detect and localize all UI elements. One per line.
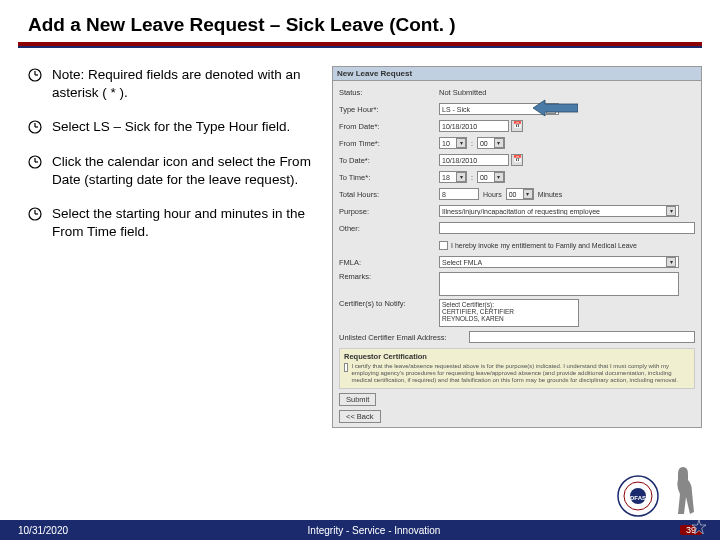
- footer: 10/31/2020 Integrity - Service - Innovat…: [0, 520, 720, 540]
- fmla-select[interactable]: Select FMLA ▾: [439, 256, 679, 268]
- certification-block: Requestor Certification I certify that t…: [339, 348, 695, 389]
- certifier-option[interactable]: REYNOLDS, KAREN: [442, 315, 576, 322]
- svg-marker-12: [533, 100, 578, 116]
- svg-marker-17: [692, 520, 706, 534]
- calendar-icon[interactable]: 📅: [511, 154, 523, 166]
- totalhours-label: Total Hours:: [339, 190, 439, 199]
- minutes-select[interactable]: 00▾: [506, 188, 534, 200]
- chevron-down-icon: ▾: [494, 138, 504, 148]
- logo-area: DFAS: [616, 462, 702, 518]
- bullet-text: Click the calendar icon and select the F…: [52, 153, 322, 189]
- fromdate-input[interactable]: 10/18/2010: [439, 120, 509, 132]
- clock-icon: [28, 120, 42, 136]
- totime-min-select[interactable]: 00▾: [477, 171, 505, 183]
- certification-body: I certify that the leave/absence request…: [351, 363, 690, 385]
- purpose-value: Illness/injury/incapacitation of request…: [442, 208, 600, 215]
- divider-blue: [18, 46, 702, 48]
- certifier-listbox[interactable]: Select Certifier(s): CERTIFIER, CERTIFIE…: [439, 299, 579, 327]
- typehour-value: LS - Sick: [442, 106, 470, 113]
- typehour-label: Type Hour*:: [339, 105, 439, 114]
- slide-number: 39: [680, 525, 702, 535]
- certifier-option[interactable]: CERTIFIER, CERTIFIER: [442, 308, 576, 315]
- fmla-label: FMLA:: [339, 258, 439, 267]
- fromtime-hour-select[interactable]: 10▾: [439, 137, 467, 149]
- certification-checkbox[interactable]: [344, 363, 348, 372]
- unlisted-email-input[interactable]: [469, 331, 695, 343]
- totalhours-input[interactable]: 8: [439, 188, 479, 200]
- panel-header: New Leave Request: [333, 67, 701, 81]
- status-label: Status:: [339, 88, 439, 97]
- bullet-item: Note: Required fields are denoted with a…: [28, 66, 322, 102]
- status-value: Not Submitted: [439, 88, 487, 97]
- totime-label: To Time*:: [339, 173, 439, 182]
- clock-icon: [28, 207, 42, 241]
- soldier-silhouette-icon: [664, 462, 702, 518]
- purpose-select[interactable]: Illness/injury/incapacitation of request…: [439, 205, 679, 217]
- seal-icon: DFAS: [616, 474, 660, 518]
- chevron-down-icon: ▾: [666, 206, 676, 216]
- bullet-item: Select the starting hour and minutes in …: [28, 205, 322, 241]
- entitlement-text: I hereby invoke my entitlement to Family…: [451, 242, 637, 249]
- fmla-value: Select FMLA: [442, 259, 482, 266]
- footer-date: 10/31/2020: [18, 525, 68, 536]
- chevron-down-icon: ▾: [456, 172, 466, 182]
- unlisted-email-label: Unlisted Certifier Email Address:: [339, 333, 469, 342]
- remarks-label: Remarks:: [339, 272, 439, 281]
- footer-motto: Integrity - Service - Innovation: [68, 525, 680, 536]
- bullet-item: Click the calendar icon and select the F…: [28, 153, 322, 189]
- chevron-down-icon: ▾: [523, 189, 533, 199]
- fromtime-label: From Time*:: [339, 139, 439, 148]
- fromtime-min-select[interactable]: 00▾: [477, 137, 505, 149]
- bullet-text: Select the starting hour and minutes in …: [52, 205, 322, 241]
- other-input[interactable]: [439, 222, 695, 234]
- bullet-item: Select LS – Sick for the Type Hour field…: [28, 118, 322, 136]
- clock-icon: [28, 68, 42, 102]
- arrow-callout: [533, 98, 578, 122]
- minutes-text: Minutes: [538, 191, 563, 198]
- leave-request-form: New Leave Request Status: Not Submitted …: [332, 66, 702, 428]
- svg-text:DFAS: DFAS: [630, 495, 646, 501]
- clock-icon: [28, 155, 42, 189]
- chevron-down-icon: ▾: [494, 172, 504, 182]
- bullet-text: Select LS – Sick for the Type Hour field…: [52, 118, 290, 136]
- chevron-down-icon: ▾: [666, 257, 676, 267]
- totime-hour-select[interactable]: 18▾: [439, 171, 467, 183]
- certification-title: Requestor Certification: [344, 352, 690, 361]
- entitlement-checkbox[interactable]: [439, 241, 448, 250]
- hours-text: Hours: [483, 191, 502, 198]
- purpose-label: Purpose:: [339, 207, 439, 216]
- back-button[interactable]: << Back: [339, 410, 381, 423]
- slide-title: Add a New Leave Request – Sick Leave (Co…: [0, 0, 720, 42]
- calendar-icon[interactable]: 📅: [511, 120, 523, 132]
- todate-label: To Date*:: [339, 156, 439, 165]
- fromdate-label: From Date*:: [339, 122, 439, 131]
- instructions-column: Note: Required fields are denoted with a…: [28, 66, 322, 428]
- remarks-textarea[interactable]: [439, 272, 679, 296]
- submit-button[interactable]: Submit: [339, 393, 376, 406]
- star-icon: [692, 520, 706, 534]
- bullet-text: Note: Required fields are denoted with a…: [52, 66, 322, 102]
- certifier-header: Select Certifier(s):: [442, 301, 576, 308]
- todate-input[interactable]: 10/18/2010: [439, 154, 509, 166]
- other-label: Other:: [339, 224, 439, 233]
- certifier-label: Certifier(s) to Notify:: [339, 299, 439, 308]
- chevron-down-icon: ▾: [456, 138, 466, 148]
